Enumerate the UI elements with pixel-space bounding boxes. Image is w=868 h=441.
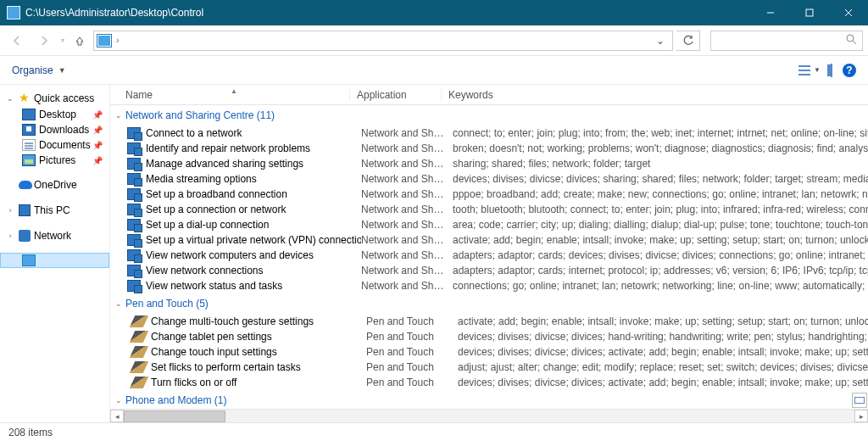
item-icon <box>127 188 141 200</box>
horizontal-scrollbar[interactable]: ◂ ▸ <box>110 409 868 422</box>
item-name: Media streaming options <box>146 173 361 185</box>
view-options-button[interactable]: ▼ <box>798 65 821 75</box>
collapse-icon[interactable]: ⌄ <box>115 396 122 405</box>
column-header-name[interactable]: ▲ Name <box>119 89 349 101</box>
list-item[interactable]: Change tablet pen settingsPen and Touchd… <box>110 329 868 344</box>
list-item[interactable]: Identify and repair network problemsNetw… <box>110 141 868 156</box>
documents-icon <box>22 139 36 151</box>
item-name: Set up a dial-up connection <box>146 219 361 231</box>
group-header[interactable]: ⌄Phone and Modem (1) <box>110 390 868 409</box>
sidebar-network[interactable]: › Network <box>0 227 109 244</box>
forward-button[interactable] <box>32 29 56 53</box>
recent-locations-chevron-icon[interactable]: ▾ <box>59 36 66 44</box>
address-dropdown-icon[interactable]: ⌄ <box>652 35 669 47</box>
column-header-application[interactable]: Application <box>349 89 441 101</box>
item-name: Change tablet pen settings <box>151 331 366 343</box>
list-item[interactable]: Media streaming optionsNetwork and Shari… <box>110 171 868 187</box>
column-label: Keywords <box>448 89 493 101</box>
sidebar-thispc[interactable]: › This PC <box>0 202 109 219</box>
sidebar-pictures[interactable]: Pictures 📌 <box>0 153 109 168</box>
list-item[interactable]: Manage advanced sharing settingsNetwork … <box>110 156 868 171</box>
item-keywords: tooth; bluetooth; blutooth; connect; to;… <box>453 204 868 215</box>
list-item[interactable]: Set up a broadband connectionNetwork and… <box>110 187 868 202</box>
item-icon <box>127 219 141 231</box>
up-button[interactable] <box>70 29 90 53</box>
list-item[interactable]: Change multi-touch gesture settingsPen a… <box>110 314 868 329</box>
item-application: Network and Sharing... <box>361 219 453 231</box>
status-bar: 208 items <box>0 422 868 441</box>
item-application: Network and Sharing... <box>361 249 453 261</box>
item-name: View network status and tasks <box>146 280 361 292</box>
sidebar-quick-access[interactable]: ⌄ ★ Quick access <box>0 90 109 107</box>
list-item[interactable]: View network connectionsNetwork and Shar… <box>110 263 868 278</box>
column-header-keywords[interactable]: Keywords <box>441 89 868 101</box>
scroll-thumb[interactable] <box>124 410 225 422</box>
group-header[interactable]: ⌄Pen and Touch (5) <box>110 293 868 314</box>
refresh-button[interactable] <box>676 31 700 51</box>
collapse-icon[interactable]: ⌄ <box>115 111 122 120</box>
item-keywords: broken; doesn't; not; working; problems;… <box>453 142 868 154</box>
item-application: Network and Sharing... <box>361 234 453 246</box>
item-application: Pen and Touch <box>366 315 458 327</box>
sidebar-onedrive[interactable]: OneDrive <box>0 176 109 193</box>
content-pane: ▲ Name Application Keywords ⌄Network and… <box>110 85 868 422</box>
list-item[interactable]: Change touch input settingsPen and Touch… <box>110 344 868 360</box>
column-label: Application <box>357 89 407 101</box>
sidebar-control-folder[interactable] <box>0 253 109 268</box>
breadcrumb-chevron-icon[interactable]: › <box>116 36 119 45</box>
list-item[interactable]: Set up a virtual private network (VPN) c… <box>110 232 868 248</box>
chevron-down-icon: ▼ <box>814 66 821 74</box>
item-name: Identify and repair network problems <box>146 142 361 154</box>
maximize-button[interactable] <box>790 0 829 25</box>
item-icon <box>127 234 141 246</box>
minimize-button[interactable] <box>751 0 790 25</box>
scroll-left-button[interactable]: ◂ <box>110 410 124 422</box>
list-item[interactable]: Set flicks to perform certain tasksPen a… <box>110 360 868 375</box>
item-icon <box>130 331 149 343</box>
item-name: Connect to a network <box>146 127 361 139</box>
sidebar-item-label: This PC <box>34 204 104 216</box>
collapse-icon[interactable]: ⌄ <box>115 299 122 308</box>
item-name: Set up a connection or network <box>146 204 361 215</box>
list-item[interactable]: Set up a connection or networkNetwork an… <box>110 202 868 217</box>
sidebar-item-label: Downloads <box>39 124 92 136</box>
item-keywords: activate; add; begin; enable; intsall; i… <box>453 234 868 246</box>
pin-icon: 📌 <box>92 126 103 135</box>
item-keywords: area; code; carrier; city; up; dialing; … <box>453 219 868 231</box>
address-bar[interactable]: › ⌄ <box>93 31 673 51</box>
close-button[interactable] <box>829 0 868 25</box>
item-keywords: devices; divises; divicse; divices; acti… <box>458 377 868 388</box>
scroll-right-button[interactable]: ▸ <box>854 410 868 422</box>
title-bar: C:\Users\Administrator\Desktop\Control <box>0 0 868 25</box>
item-list: ⌄Network and Sharing Centre (11)Connect … <box>110 105 868 409</box>
sidebar-downloads[interactable]: Downloads 📌 <box>0 122 109 137</box>
organise-menu[interactable]: Organise ▼ <box>12 64 66 76</box>
sidebar-item-label: Documents <box>39 139 92 151</box>
search-icon <box>846 34 857 47</box>
scroll-track[interactable] <box>124 410 854 422</box>
details-selector-button[interactable] <box>852 393 867 408</box>
expand-icon[interactable]: › <box>5 232 15 240</box>
preview-pane-button[interactable] <box>831 64 832 76</box>
collapse-icon[interactable]: ⌄ <box>5 94 15 103</box>
sidebar-documents[interactable]: Documents 📌 <box>0 137 109 153</box>
item-icon <box>127 142 141 154</box>
item-application: Network and Sharing... <box>361 127 453 139</box>
quick-access-label: Quick access <box>34 92 104 104</box>
list-item[interactable]: Connect to a networkNetwork and Sharing.… <box>110 126 868 141</box>
sidebar-desktop[interactable]: Desktop 📌 <box>0 107 109 122</box>
list-item[interactable]: View network computers and devicesNetwor… <box>110 248 868 263</box>
item-keywords: connections; go; online; intranet; lan; … <box>453 280 868 292</box>
item-icon <box>127 173 141 185</box>
help-button[interactable]: ? <box>843 64 856 77</box>
back-button[interactable] <box>5 29 29 53</box>
item-icon <box>127 280 141 292</box>
group-header[interactable]: ⌄Network and Sharing Centre (11) <box>110 105 868 126</box>
item-keywords: adapters; adaptor; cards; internet; prot… <box>453 265 868 276</box>
search-input[interactable] <box>710 31 863 51</box>
list-item[interactable]: Set up a dial-up connectionNetwork and S… <box>110 217 868 232</box>
list-item[interactable]: Turn flicks on or offPen and Touchdevice… <box>110 375 868 390</box>
expand-icon[interactable]: › <box>5 206 15 215</box>
navigation-bar: ▾ › ⌄ <box>0 25 868 56</box>
list-item[interactable]: View network status and tasksNetwork and… <box>110 278 868 293</box>
